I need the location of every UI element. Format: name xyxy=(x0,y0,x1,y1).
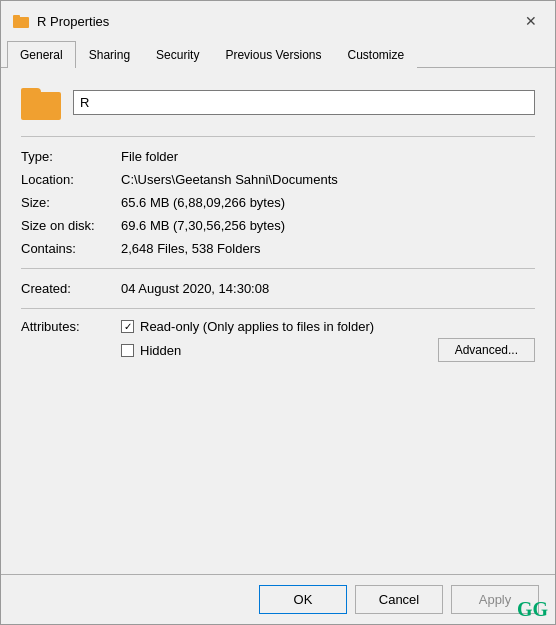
created-row: Created: 04 August 2020, 14:30:08 xyxy=(21,277,535,300)
close-button[interactable]: ✕ xyxy=(519,9,543,33)
hidden-checkbox[interactable] xyxy=(121,344,134,357)
size-on-disk-value: 69.6 MB (7,30,56,256 bytes) xyxy=(121,218,535,233)
divider-2 xyxy=(21,268,535,269)
titlebar: R Properties ✕ xyxy=(1,1,555,39)
contains-value: 2,648 Files, 538 Folders xyxy=(121,241,535,256)
divider-3 xyxy=(21,308,535,309)
hidden-group: Hidden xyxy=(121,343,181,358)
created-label: Created: xyxy=(21,281,121,296)
location-label: Location: xyxy=(21,172,121,187)
contains-row: Contains: 2,648 Files, 538 Folders xyxy=(21,237,535,260)
size-row: Size: 65.6 MB (6,88,09,266 bytes) xyxy=(21,191,535,214)
location-row: Location: C:\Users\Geetansh Sahni\Docume… xyxy=(21,168,535,191)
svg-rect-1 xyxy=(13,15,20,20)
advanced-button[interactable]: Advanced... xyxy=(438,338,535,362)
cancel-button[interactable]: Cancel xyxy=(355,585,443,614)
created-value: 04 August 2020, 14:30:08 xyxy=(121,281,535,296)
tab-sharing[interactable]: Sharing xyxy=(76,41,143,68)
readonly-label: Read-only (Only applies to files in fold… xyxy=(140,319,374,334)
tab-previous-versions[interactable]: Previous Versions xyxy=(212,41,334,68)
size-on-disk-row: Size on disk: 69.6 MB (7,30,56,256 bytes… xyxy=(21,214,535,237)
properties-window: R Properties ✕ General Sharing Security … xyxy=(0,0,556,625)
folder-header xyxy=(21,84,535,120)
folder-icon xyxy=(21,84,61,120)
divider-1 xyxy=(21,136,535,137)
watermark: GG xyxy=(517,598,548,621)
type-value: File folder xyxy=(121,149,535,164)
hidden-label: Hidden xyxy=(140,343,181,358)
contains-label: Contains: xyxy=(21,241,121,256)
ok-button[interactable]: OK xyxy=(259,585,347,614)
attributes-controls: Read-only (Only applies to files in fold… xyxy=(121,319,535,362)
tab-security[interactable]: Security xyxy=(143,41,212,68)
tab-customize[interactable]: Customize xyxy=(334,41,417,68)
titlebar-folder-icon xyxy=(13,13,29,29)
tab-general[interactable]: General xyxy=(7,41,76,68)
content-panel: Type: File folder Location: C:\Users\Gee… xyxy=(1,68,555,574)
tab-bar: General Sharing Security Previous Versio… xyxy=(1,41,555,68)
size-on-disk-label: Size on disk: xyxy=(21,218,121,233)
size-value: 65.6 MB (6,88,09,266 bytes) xyxy=(121,195,535,210)
size-label: Size: xyxy=(21,195,121,210)
window-title: R Properties xyxy=(37,14,519,29)
location-value: C:\Users\Geetansh Sahni\Documents xyxy=(121,172,535,187)
type-label: Type: xyxy=(21,149,121,164)
folder-name-input[interactable] xyxy=(73,90,535,115)
readonly-line: Read-only (Only applies to files in fold… xyxy=(121,319,535,334)
type-row: Type: File folder xyxy=(21,145,535,168)
hidden-line: Hidden Advanced... xyxy=(121,338,535,362)
attributes-row: Attributes: Read-only (Only applies to f… xyxy=(21,317,535,364)
readonly-checkbox[interactable] xyxy=(121,320,134,333)
attributes-label: Attributes: xyxy=(21,319,121,334)
footer: OK Cancel Apply xyxy=(1,574,555,624)
